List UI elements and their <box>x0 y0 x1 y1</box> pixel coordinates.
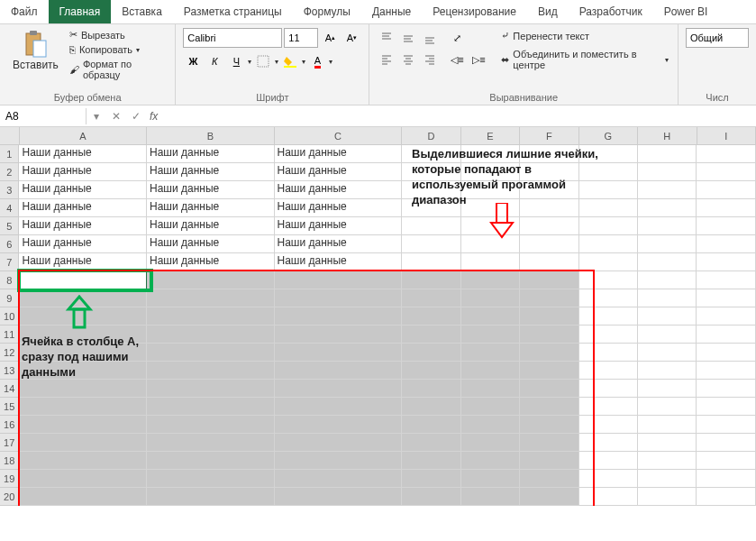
cell[interactable] <box>697 235 755 253</box>
cell[interactable] <box>275 470 403 488</box>
tab-home[interactable]: Главная <box>49 0 112 23</box>
cell[interactable] <box>579 235 638 253</box>
cell[interactable]: Наши данные <box>275 181 403 199</box>
cell[interactable] <box>402 380 460 398</box>
spreadsheet-grid[interactable]: ABCDEFGHI1Наши данныеНаши данныеНаши дан… <box>0 127 756 506</box>
row-header[interactable]: 20 <box>0 488 19 506</box>
cell[interactable] <box>638 362 697 380</box>
wrap-text-button[interactable]: ⤶ Перенести текст <box>499 28 670 43</box>
cell[interactable] <box>19 271 147 289</box>
increase-font-button[interactable]: A▴ <box>320 28 340 48</box>
column-header[interactable]: F <box>520 127 578 145</box>
row-header[interactable]: 3 <box>0 181 19 199</box>
align-bottom-button[interactable] <box>420 28 440 48</box>
align-middle-button[interactable] <box>398 28 418 48</box>
cell[interactable] <box>402 416 460 434</box>
cell[interactable] <box>461 289 520 307</box>
cell[interactable] <box>638 452 697 470</box>
column-header[interactable]: D <box>402 127 460 145</box>
row-header[interactable]: 14 <box>0 380 19 398</box>
column-header[interactable]: B <box>147 127 275 145</box>
cell[interactable] <box>520 235 578 253</box>
cell[interactable] <box>402 253 460 271</box>
cell[interactable] <box>520 380 578 398</box>
italic-button[interactable]: К <box>205 51 224 71</box>
cell[interactable] <box>275 488 403 506</box>
cell[interactable] <box>697 470 755 488</box>
row-header[interactable]: 1 <box>0 145 19 163</box>
column-header[interactable]: E <box>461 127 520 145</box>
row-header[interactable]: 16 <box>0 416 19 434</box>
cell[interactable] <box>147 452 275 470</box>
cell[interactable] <box>579 488 638 506</box>
row-header[interactable]: 10 <box>0 307 19 326</box>
cell[interactable] <box>638 416 697 434</box>
cell[interactable] <box>638 235 697 253</box>
cell[interactable] <box>520 271 578 289</box>
cell[interactable] <box>19 470 147 488</box>
cell[interactable] <box>638 470 697 488</box>
cell[interactable]: Наши данные <box>147 199 275 217</box>
cell[interactable] <box>697 344 755 362</box>
cell[interactable] <box>638 145 697 163</box>
cell[interactable] <box>697 253 755 271</box>
cell[interactable] <box>638 488 697 506</box>
cell[interactable] <box>579 380 638 398</box>
cell[interactable] <box>19 380 147 398</box>
name-box[interactable] <box>0 108 87 124</box>
chevron-down-icon[interactable]: ▾ <box>329 58 332 66</box>
row-header[interactable]: 9 <box>0 289 19 307</box>
cell[interactable]: Наши данные <box>19 145 147 163</box>
merge-center-button[interactable]: ⬌ Объединить и поместить в центре ▾ <box>499 47 670 72</box>
align-left-button[interactable] <box>377 50 396 69</box>
cell[interactable] <box>579 271 638 289</box>
dropdown-button[interactable]: ▾ <box>87 110 106 123</box>
cell[interactable] <box>402 217 460 235</box>
cell[interactable] <box>402 235 460 253</box>
cut-button[interactable]: ✂ Вырезать <box>68 28 168 41</box>
cell[interactable] <box>697 145 755 163</box>
cell[interactable] <box>461 344 520 362</box>
cell[interactable] <box>461 452 520 470</box>
row-header[interactable]: 12 <box>0 344 19 362</box>
cell[interactable] <box>638 398 697 416</box>
row-header[interactable]: 13 <box>0 362 19 380</box>
cancel-button[interactable]: ✕ <box>106 110 126 123</box>
cell[interactable] <box>402 398 460 416</box>
cell[interactable] <box>579 217 638 235</box>
font-size-select[interactable] <box>284 28 318 48</box>
cell[interactable] <box>520 398 578 416</box>
cell[interactable]: Наши данные <box>275 145 403 163</box>
cell[interactable] <box>520 452 578 470</box>
cell[interactable] <box>275 452 403 470</box>
cell[interactable] <box>402 289 460 307</box>
orientation-button[interactable]: ⤢ <box>447 28 467 48</box>
cell[interactable] <box>275 326 403 344</box>
cell[interactable] <box>520 253 578 271</box>
cell[interactable] <box>402 344 460 362</box>
cell[interactable] <box>638 326 697 344</box>
cell[interactable]: Наши данные <box>147 235 275 253</box>
formula-input[interactable] <box>161 108 756 124</box>
decrease-font-button[interactable]: A▾ <box>342 28 361 48</box>
cell[interactable] <box>579 289 638 307</box>
chevron-down-icon[interactable]: ▾ <box>275 58 278 66</box>
cell[interactable] <box>461 253 520 271</box>
cell[interactable]: Наши данные <box>19 199 147 217</box>
cell[interactable] <box>275 289 403 307</box>
tab-insert[interactable]: Вставка <box>111 0 173 23</box>
row-header[interactable]: 15 <box>0 398 19 416</box>
cell[interactable] <box>697 362 755 380</box>
cell[interactable] <box>520 362 578 380</box>
cell[interactable] <box>697 434 755 452</box>
cell[interactable] <box>697 416 755 434</box>
cell[interactable] <box>275 398 403 416</box>
cell[interactable] <box>275 416 403 434</box>
cell[interactable] <box>461 434 520 452</box>
cell[interactable] <box>638 344 697 362</box>
bold-button[interactable]: Ж <box>183 51 203 71</box>
enter-button[interactable]: ✓ <box>126 110 146 123</box>
cell[interactable] <box>275 380 403 398</box>
cell[interactable] <box>638 253 697 271</box>
cell[interactable] <box>275 344 403 362</box>
